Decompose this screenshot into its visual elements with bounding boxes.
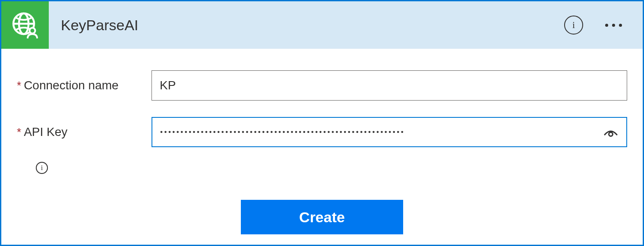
dots-icon <box>605 24 608 27</box>
info-icon: i <box>41 164 43 172</box>
reveal-password-button[interactable] <box>601 123 620 142</box>
action-row: Create <box>17 200 627 234</box>
create-button[interactable]: Create <box>241 200 403 234</box>
api-key-row: * API Key <box>17 117 627 147</box>
globe-person-icon <box>10 10 40 40</box>
info-icon: i <box>564 16 583 35</box>
eye-icon <box>603 127 618 137</box>
panel-header: KeyParseAI i <box>1 1 643 49</box>
connection-name-row: * Connection name <box>17 70 627 101</box>
help-info-button[interactable]: i <box>36 162 48 174</box>
more-options-button[interactable] <box>601 13 625 37</box>
api-key-input[interactable] <box>152 117 627 147</box>
svg-point-4 <box>609 132 613 136</box>
api-key-input-wrap <box>152 117 627 147</box>
required-star-icon: * <box>17 126 21 139</box>
required-star-icon: * <box>17 79 21 92</box>
connection-name-label: * Connection name <box>17 79 152 92</box>
connector-panel: KeyParseAI i * Connection name * API Key <box>0 0 644 246</box>
info-button[interactable]: i <box>562 13 586 37</box>
help-info-row: i <box>36 162 627 174</box>
panel-body: * Connection name * API Key <box>1 49 643 246</box>
connection-name-input-wrap <box>152 70 627 101</box>
connection-name-input[interactable] <box>152 70 627 101</box>
svg-point-3 <box>30 28 35 34</box>
connector-logo <box>1 1 49 49</box>
panel-title: KeyParseAI <box>61 17 562 34</box>
api-key-label: * API Key <box>17 125 152 139</box>
